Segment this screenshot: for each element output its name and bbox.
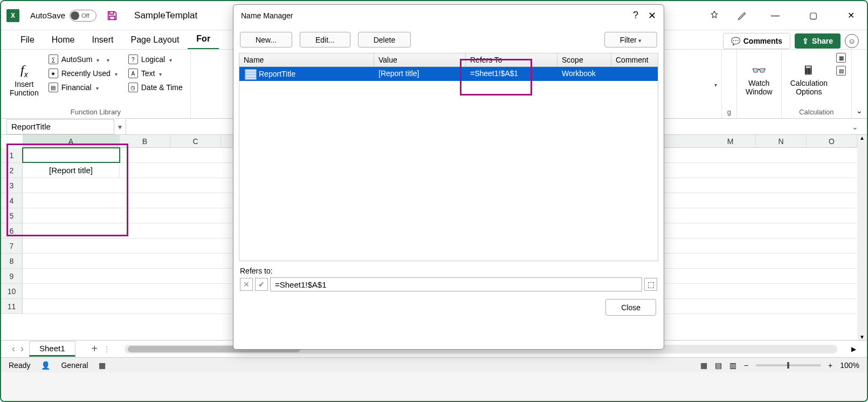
maximize-button[interactable]: ▢	[802, 8, 824, 24]
add-sheet-button[interactable]: +	[92, 343, 98, 355]
view-page-layout-icon[interactable]: ▤	[715, 361, 722, 370]
calc-sheet-icon[interactable]: ▤	[836, 66, 846, 76]
text-label: Text	[141, 69, 155, 78]
name-row-reporttitle[interactable]: ReportTitle [Report title] =Sheet1!$A$1 …	[239, 67, 658, 81]
row-header-6[interactable]: 6	[1, 223, 23, 239]
star-icon: ★	[49, 69, 58, 78]
close-window-button[interactable]: ✕	[840, 8, 862, 24]
watch-window-button[interactable]: 👓 WatchWindow	[742, 53, 776, 107]
sheet-next-button[interactable]: ›	[20, 343, 24, 355]
feedback-smile-icon[interactable]: ☺	[845, 34, 859, 48]
dialog-title: Name Manager	[241, 11, 293, 20]
insert-function-button[interactable]: fx InsertFunction	[6, 53, 42, 107]
view-normal-icon[interactable]: ▦	[700, 361, 707, 370]
recently-used-button[interactable]: ★Recently Used	[46, 67, 120, 80]
name-box[interactable]: ReportTitle	[6, 119, 114, 134]
col-comment[interactable]: Comment	[611, 53, 658, 66]
vertical-scrollbar[interactable]: ▲ ▼	[857, 135, 867, 340]
row-header-3[interactable]: 3	[1, 178, 23, 193]
minimize-button[interactable]: —	[764, 8, 786, 24]
refers-to-confirm-icon[interactable]: ✔	[255, 278, 268, 291]
col-header-a[interactable]: A	[23, 135, 120, 147]
dialog-title-bar[interactable]: Name Manager ? ✕	[233, 5, 664, 26]
pen-icon[interactable]	[736, 10, 748, 22]
new-button-label: New...	[256, 36, 277, 44]
refers-to-input[interactable]	[270, 277, 642, 291]
tab-home[interactable]: Home	[43, 31, 84, 49]
copilot-icon[interactable]	[708, 10, 720, 22]
close-button[interactable]: Close	[605, 299, 656, 316]
row-header-8[interactable]: 8	[1, 254, 23, 269]
insert-function-label: InsertFunction	[10, 80, 39, 97]
col-name[interactable]: Name	[239, 53, 374, 66]
name-list-header[interactable]: Name Value Refers To Scope Comment	[239, 53, 658, 67]
scroll-up-icon[interactable]: ▲	[859, 135, 865, 141]
filter-button[interactable]: Filter	[604, 32, 657, 47]
financial-label: Financial	[61, 83, 92, 92]
sheet-prev-button[interactable]: ‹	[12, 343, 15, 355]
zoom-level[interactable]: 100%	[840, 361, 859, 370]
refers-to-cancel-icon[interactable]: ✕	[240, 278, 253, 291]
tab-page-layout[interactable]: Page Layout	[122, 31, 188, 49]
accessibility-icon[interactable]: 👤	[41, 361, 50, 370]
zoom-slider[interactable]	[756, 364, 821, 366]
col-header-c[interactable]: C	[170, 135, 221, 147]
scroll-down-icon[interactable]: ▼	[859, 334, 865, 340]
zoom-minus[interactable]: −	[744, 361, 748, 370]
cell-a1[interactable]	[23, 148, 120, 162]
formula-bar-expand[interactable]: ⌄	[852, 122, 858, 131]
date-time-button[interactable]: ◷Date & Time	[126, 81, 185, 94]
name-list[interactable]: ReportTitle [Report title] =Sheet1!$A$1 …	[239, 67, 658, 261]
row-header-2[interactable]: 2	[1, 163, 23, 178]
col-header-o[interactable]: O	[807, 135, 857, 147]
row-header-10[interactable]: 10	[1, 284, 23, 299]
col-refers-to[interactable]: Refers To	[466, 53, 557, 66]
ribbon-collapse-button[interactable]: ⌄	[852, 50, 867, 118]
dialog-help-button[interactable]: ?	[633, 10, 638, 22]
name-box-dropdown[interactable]: ▾	[114, 119, 126, 134]
share-button[interactable]: ⇪ Share	[795, 33, 841, 49]
row-header-9[interactable]: 9	[1, 269, 23, 284]
tab-formulas[interactable]: For	[188, 30, 219, 49]
clock-icon: ◷	[128, 83, 138, 92]
refers-to-collapse-icon[interactable]: ⬚	[644, 278, 657, 291]
filter-button-label: Filter	[620, 36, 637, 44]
tab-insert[interactable]: Insert	[83, 31, 122, 49]
row-header-11[interactable]: 11	[1, 299, 23, 314]
col-header-n[interactable]: N	[756, 135, 807, 147]
display-settings-icon[interactable]: ▦	[99, 361, 106, 370]
calc-now-icon[interactable]: ▦	[836, 53, 846, 63]
col-scope[interactable]: Scope	[557, 53, 611, 66]
row-headers[interactable]: 1 2 3 4 5 6 7 8 9 10 11	[1, 148, 23, 314]
truncated-group-g: g	[727, 107, 731, 116]
new-button[interactable]: New...	[240, 32, 292, 47]
named-range-icon	[245, 69, 257, 80]
hscroll-right-icon[interactable]: ▶	[851, 345, 856, 353]
logical-button[interactable]: ?Logical	[126, 53, 185, 66]
comments-button[interactable]: 💬 Comments	[723, 33, 790, 49]
row-header-7[interactable]: 7	[1, 239, 23, 254]
row-header-5[interactable]: 5	[1, 208, 23, 223]
zoom-plus[interactable]: +	[828, 361, 832, 370]
row-header-1[interactable]: 1	[1, 148, 23, 163]
save-icon[interactable]	[106, 10, 118, 22]
autosum-button[interactable]: ∑AutoSum	[46, 53, 120, 66]
cell-a2[interactable]: [Report title]	[23, 163, 120, 178]
col-value[interactable]: Value	[374, 53, 466, 66]
autosave-toggle[interactable]: Off	[70, 10, 97, 22]
col-header-m[interactable]: M	[705, 135, 756, 147]
edit-button[interactable]: Edit...	[300, 32, 350, 47]
zoom-thumb[interactable]	[787, 362, 789, 369]
delete-button[interactable]: Delete	[358, 32, 411, 47]
row-header-4[interactable]: 4	[1, 193, 23, 208]
row-refers-to: =Sheet1!$A$1	[466, 67, 557, 81]
sheet-tab-sheet1[interactable]: Sheet1	[29, 341, 75, 357]
tab-file[interactable]: File	[12, 31, 43, 49]
dialog-close-button[interactable]: ✕	[648, 10, 656, 22]
view-page-break-icon[interactable]: ▥	[729, 361, 736, 370]
calculation-options-button[interactable]: 🖩 CalculationOptions	[787, 53, 831, 107]
col-header-b[interactable]: B	[120, 135, 170, 147]
financial-button[interactable]: ▤Financial	[46, 81, 120, 94]
text-button[interactable]: AText	[126, 67, 185, 80]
calculator-icon: 🖩	[803, 64, 815, 78]
